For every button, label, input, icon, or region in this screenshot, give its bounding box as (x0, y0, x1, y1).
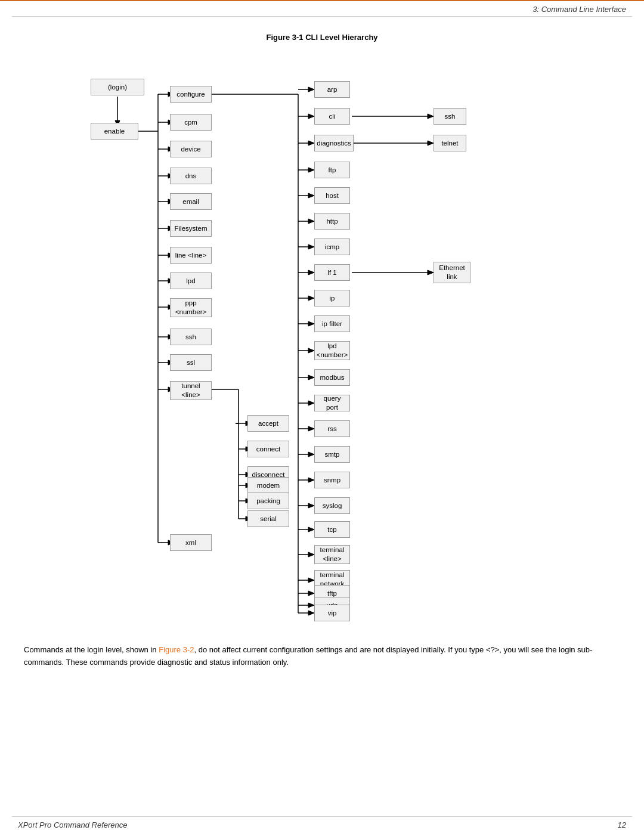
svg-marker-63 (308, 478, 314, 482)
header-divider (12, 16, 632, 17)
node-modem: modem (247, 477, 289, 494)
description-text-1: Commands at the login level, shown in (24, 645, 159, 654)
svg-marker-33 (308, 87, 314, 92)
node-email: email (170, 193, 212, 210)
node-tcp: tcp (314, 521, 350, 538)
svg-marker-79 (428, 114, 434, 119)
node-xml: xml (170, 534, 212, 551)
node-icmp: icmp (314, 239, 350, 255)
node-snmp: snmp (314, 472, 350, 488)
svg-marker-73 (308, 591, 314, 596)
node-filesystem: Filesystem (170, 220, 212, 237)
svg-marker-83 (428, 270, 434, 275)
header: 3: Command Line Interface (0, 0, 644, 17)
node-login: (login) (91, 79, 144, 95)
node-terminal-line: terminal <line> (314, 545, 350, 564)
node-smtp: smtp (314, 446, 350, 463)
node-ip-filter: ip filter (314, 315, 350, 332)
node-serial: serial (247, 510, 289, 527)
node-ppp-number: ppp <number> (170, 298, 212, 317)
svg-marker-51 (308, 321, 314, 326)
header-title: 3: Command Line Interface (0, 1, 644, 16)
svg-marker-41 (308, 193, 314, 198)
svg-marker-43 (308, 219, 314, 224)
svg-marker-39 (308, 168, 314, 172)
node-connect: connect (247, 441, 289, 457)
node-rss: rss (314, 420, 350, 437)
svg-marker-47 (308, 270, 314, 275)
node-ip: ip (314, 290, 350, 306)
svg-marker-37 (308, 141, 314, 145)
svg-marker-71 (308, 578, 314, 583)
svg-marker-45 (308, 244, 314, 249)
node-ftp: ftp (314, 162, 350, 178)
figure-title: Figure 3-1 CLI Level Hierarchy (0, 33, 644, 42)
svg-marker-65 (308, 503, 314, 508)
node-diagnostics: diagnostics (314, 135, 354, 151)
node-query-port: query port (314, 395, 350, 411)
node-telnet: telnet (434, 135, 466, 151)
svg-marker-75 (308, 603, 314, 608)
node-cpm: cpm (170, 114, 212, 131)
footer-right: 12 (618, 820, 626, 829)
node-modbus: modbus (314, 369, 350, 386)
node-device: device (170, 141, 212, 157)
svg-marker-59 (308, 426, 314, 431)
node-syslog: syslog (314, 497, 350, 514)
footer-left: XPort Pro Command Reference (18, 820, 128, 829)
svg-marker-57 (308, 401, 314, 405)
node-configure: configure (170, 86, 212, 103)
node-ssh-r: ssh (434, 108, 466, 125)
footer: XPort Pro Command Reference 12 (0, 816, 644, 833)
node-packing: packing (247, 493, 289, 509)
node-ssl: ssl (170, 354, 212, 371)
svg-marker-61 (308, 452, 314, 457)
footer-content: XPort Pro Command Reference 12 (0, 817, 644, 833)
node-lf1: lf 1 (314, 264, 350, 281)
node-accept: accept (247, 415, 289, 432)
node-lpd-number: lpd <number> (314, 341, 350, 360)
node-line-line: line <line> (170, 247, 212, 264)
node-http: http (314, 213, 350, 230)
node-lpd: lpd (170, 272, 212, 289)
svg-marker-69 (308, 552, 314, 557)
svg-marker-81 (428, 141, 434, 145)
node-arp: arp (314, 81, 350, 98)
svg-marker-67 (308, 527, 314, 532)
svg-marker-55 (308, 375, 314, 380)
node-dns: dns (170, 168, 212, 184)
svg-marker-35 (308, 114, 314, 119)
node-cli: cli (314, 108, 350, 125)
description: Commands at the login level, shown in Fi… (24, 644, 620, 669)
node-host: host (314, 187, 350, 204)
node-vip: vip (314, 605, 350, 621)
node-ethernet-link: Ethernet link (434, 262, 470, 283)
svg-marker-49 (308, 296, 314, 301)
diagram-area: (login) enable configure cpm device dns … (0, 54, 644, 638)
node-enable: enable (91, 123, 138, 140)
node-ssh-l2: ssh (170, 329, 212, 345)
svg-marker-53 (308, 348, 314, 353)
svg-marker-77 (308, 611, 314, 615)
node-tunnel-line: tunnel <line> (170, 381, 212, 400)
figure-3-2-link[interactable]: Figure 3-2 (159, 645, 194, 654)
